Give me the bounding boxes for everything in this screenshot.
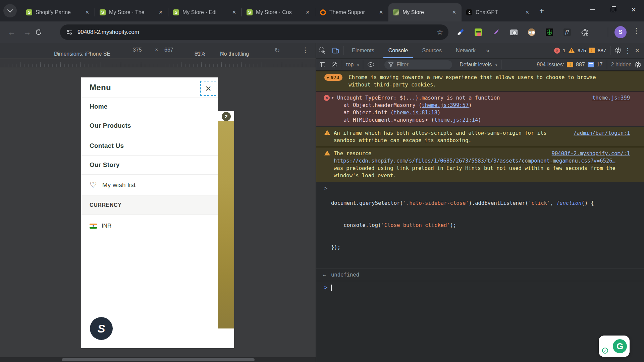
- source-link[interactable]: theme.js:21:14: [434, 117, 478, 123]
- clear-console-icon[interactable]: [328, 59, 340, 71]
- console-warning-preload[interactable]: The resource https://cdn.shopify.com/s/f…: [316, 147, 644, 182]
- devtools-tab-elements[interactable]: Elements: [345, 43, 381, 58]
- tab-my-store-active[interactable]: My Store ×: [388, 3, 462, 21]
- error-count[interactable]: 1: [563, 48, 566, 53]
- pen-extension-icon[interactable]: [455, 27, 466, 37]
- new-tab-button[interactable]: +: [537, 6, 547, 16]
- messages-count[interactable]: 17: [597, 62, 603, 68]
- chevron-down-icon: ▾: [357, 63, 359, 67]
- nav-item-wishlist[interactable]: ♡ My wish list: [81, 175, 218, 195]
- hidden-messages-label[interactable]: 2 hidden: [611, 62, 632, 68]
- camera-extension-icon[interactable]: [509, 27, 519, 37]
- globe-extension-icon[interactable]: [544, 27, 554, 37]
- tab-close-icon[interactable]: ×: [157, 8, 165, 16]
- warning-group-badge[interactable]: ▶973: [324, 74, 342, 81]
- warning-triangle-icon[interactable]: [568, 48, 575, 53]
- reload-button[interactable]: [35, 28, 50, 36]
- tab-chatgpt[interactable]: ChatGPT ×: [462, 3, 535, 21]
- device-emulation-pane: Dimensions: iPhone SE▾ 375 × 667 81%▾ No…: [0, 43, 316, 362]
- device-toolbar-menu-icon[interactable]: ⋮: [302, 46, 309, 54]
- log-levels-select[interactable]: Default levels ▾: [460, 62, 497, 68]
- inspect-element-icon[interactable]: [316, 43, 329, 58]
- expand-triangle-icon[interactable]: ▶: [332, 94, 334, 102]
- tab-close-icon[interactable]: ×: [450, 8, 458, 16]
- console-filter-input[interactable]: Filter: [384, 60, 452, 69]
- tab-close-icon[interactable]: ×: [523, 8, 531, 16]
- window-minimize-button[interactable]: [582, 0, 602, 19]
- warning-count[interactable]: 975: [578, 48, 586, 53]
- console-sidebar-icon[interactable]: [316, 59, 328, 71]
- source-link[interactable]: theme.js:399:57: [422, 102, 469, 108]
- rotate-device-button[interactable]: ↻: [274, 46, 280, 54]
- devtools-menu-dots-icon[interactable]: ⋮: [624, 47, 631, 55]
- horizontal-scrollbar[interactable]: [0, 357, 316, 362]
- window-restore-button[interactable]: [602, 0, 623, 19]
- console-settings-gear-icon[interactable]: [634, 61, 641, 68]
- page-content-sliver: 2: [218, 111, 234, 348]
- source-link[interactable]: theme.js:399: [592, 94, 630, 102]
- nav-item-contact-us[interactable]: Contact Us: [81, 136, 218, 156]
- console-prompt[interactable]: >: [316, 282, 644, 294]
- green-extension-icon[interactable]: [473, 27, 483, 37]
- tab-close-icon[interactable]: ×: [377, 8, 385, 16]
- devtools-tab-network[interactable]: Network: [449, 43, 483, 58]
- currency-selector[interactable]: INR: [90, 223, 111, 229]
- tab-search-button[interactable]: [3, 4, 17, 17]
- extensions-puzzle-icon[interactable]: [580, 27, 590, 37]
- site-settings-icon[interactable]: [66, 29, 73, 36]
- tab-my-store-customize[interactable]: My Store · Cus ×: [242, 3, 315, 21]
- grammarly-widget[interactable]: ✓ G: [599, 336, 630, 357]
- browser-toolbar: ← → 90408f-2.myshopify.com ☆ f?: [0, 21, 644, 43]
- font-finder-extension-icon[interactable]: f?: [562, 27, 572, 37]
- error-badge-icon[interactable]: ×: [554, 48, 560, 54]
- toolbar-divider: [608, 27, 608, 37]
- console-error-masonry[interactable]: × ▶ Uncaught TypeError: $(...).masonry i…: [316, 92, 644, 126]
- tab-my-store-theme[interactable]: My Store · The ×: [95, 3, 168, 21]
- currency-value[interactable]: INR: [102, 223, 111, 229]
- tab-theme-support[interactable]: Theme Suppor ×: [315, 3, 388, 21]
- console-warning-cookies[interactable]: ▶973 Chrome is moving towards a new expe…: [316, 71, 644, 91]
- tab-shopify-partners[interactable]: Shopify Partne ×: [21, 3, 95, 21]
- url-text[interactable]: 90408f-2.myshopify.com: [77, 29, 437, 36]
- more-tabs-icon[interactable]: »: [483, 47, 493, 54]
- issues-count[interactable]: 887: [598, 48, 606, 53]
- tab-close-icon[interactable]: ×: [83, 8, 91, 16]
- profile-avatar[interactable]: S: [614, 26, 627, 38]
- messages-icon[interactable]: [588, 62, 594, 67]
- tab-close-icon[interactable]: ×: [304, 8, 312, 16]
- devtools-tab-console[interactable]: Console: [381, 43, 415, 58]
- device-toolbar-toggle-icon[interactable]: [329, 43, 342, 58]
- address-bar[interactable]: 90408f-2.myshopify.com ☆: [60, 24, 448, 40]
- issues-icon[interactable]: !: [589, 48, 595, 53]
- window-close-button[interactable]: ×: [623, 0, 644, 19]
- device-height-field[interactable]: 667: [164, 47, 173, 53]
- source-link[interactable]: theme.js:81:18: [393, 110, 437, 116]
- resource-url-link[interactable]: https://cdn.shopify.com/s/files/1/0685/2…: [334, 158, 615, 164]
- create-live-expression-eye-icon[interactable]: [365, 59, 377, 71]
- forward-button[interactable]: →: [19, 27, 35, 37]
- back-button[interactable]: ←: [4, 27, 19, 37]
- nav-item-our-products[interactable]: Our Products: [81, 115, 218, 136]
- devtools-close-icon[interactable]: ×: [635, 46, 639, 55]
- tab-my-store-editor[interactable]: My Store · Edi ×: [168, 3, 241, 21]
- console-warning-iframe[interactable]: An iframe which has both allow-scripts a…: [316, 127, 644, 147]
- source-link[interactable]: /admin/bar/login:1: [574, 129, 630, 137]
- tab-close-icon[interactable]: ×: [230, 8, 238, 16]
- devtools-settings-gear-icon[interactable]: [614, 47, 622, 54]
- bookmark-star-icon[interactable]: ☆: [437, 28, 443, 36]
- issues-icon[interactable]: !: [567, 62, 573, 67]
- toolbar-divider: [363, 60, 363, 69]
- nav-item-our-story[interactable]: Our Story: [81, 156, 218, 175]
- issues-summary-label[interactable]: 904 Issues:: [537, 62, 564, 68]
- avatar-extension-icon[interactable]: [527, 27, 537, 37]
- menu-close-button-selected[interactable]: ×: [200, 81, 216, 96]
- console-context-select[interactable]: top ▾: [346, 62, 359, 68]
- issues-count[interactable]: 887: [576, 62, 585, 68]
- source-link[interactable]: 90408f-2.myshopify.com/:1: [552, 150, 630, 157]
- device-width-field[interactable]: 375: [133, 47, 142, 53]
- scrollbar-thumb[interactable]: [62, 358, 255, 361]
- nav-item-home[interactable]: Home: [81, 98, 218, 115]
- devtools-tab-sources[interactable]: Sources: [415, 43, 449, 58]
- browser-menu-icon[interactable]: ⋮: [633, 26, 640, 35]
- feather-extension-icon[interactable]: [491, 27, 501, 37]
